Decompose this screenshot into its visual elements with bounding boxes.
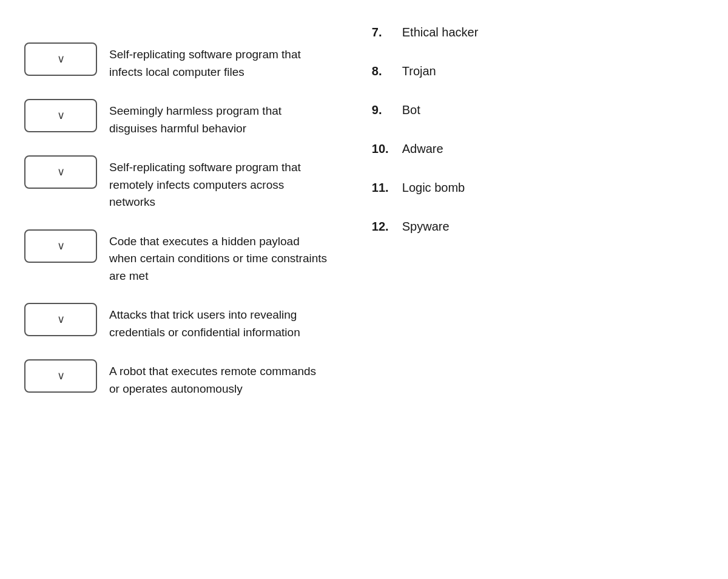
match-description-text: Self-replicating software program that r… — [109, 155, 329, 211]
item-label: Logic bomb — [402, 178, 465, 197]
chevron-down-icon: ∨ — [57, 164, 65, 180]
chevron-down-icon: ∨ — [57, 107, 65, 124]
answer-dropdown[interactable]: ∨ — [24, 229, 97, 263]
answer-dropdown[interactable]: ∨ — [24, 42, 97, 76]
page: ∨Self-replicating software program that … — [0, 0, 728, 579]
numbered-item: 11.Logic bomb — [354, 168, 704, 200]
numbered-item: 10.Adware — [354, 129, 704, 161]
item-number: 7. — [372, 23, 402, 41]
item-number: 11. — [372, 178, 402, 197]
match-description-text: Code that executes a hidden payload when… — [109, 229, 329, 285]
match-row: ∨Self-replicating software program that … — [24, 155, 329, 211]
numbered-item: 12.Spyware — [354, 206, 704, 239]
left-column: ∨Self-replicating software program that … — [24, 12, 354, 567]
answer-dropdown[interactable]: ∨ — [24, 99, 97, 132]
answer-dropdown[interactable]: ∨ — [24, 303, 97, 336]
item-label: Adware — [402, 140, 443, 158]
match-description-text: Attacks that trick users into revealing … — [109, 303, 329, 341]
answer-dropdown[interactable]: ∨ — [24, 155, 97, 189]
answer-dropdown[interactable]: ∨ — [24, 359, 97, 393]
match-row: ∨Code that executes a hidden payload whe… — [24, 229, 329, 285]
numbered-item: 7.Ethical hacker — [354, 12, 704, 45]
item-label: Bot — [402, 101, 420, 119]
match-row: ∨Seemingly harmless program that disguis… — [24, 99, 329, 137]
match-row: ∨A robot that executes remote commands o… — [24, 359, 329, 398]
match-description-text: A robot that executes remote commands or… — [109, 359, 329, 398]
match-description-text: Self-replicating software program that i… — [109, 42, 329, 81]
numbered-item: 8.Trojan — [354, 51, 704, 84]
match-row: ∨Attacks that trick users into revealing… — [24, 303, 329, 341]
chevron-down-icon: ∨ — [57, 311, 65, 328]
match-description-text: Seemingly harmless program that disguise… — [109, 99, 329, 137]
chevron-down-icon: ∨ — [57, 368, 65, 384]
match-row: ∨Self-replicating software program that … — [24, 42, 329, 81]
item-number: 12. — [372, 217, 402, 235]
item-label: Ethical hacker — [402, 23, 479, 41]
chevron-down-icon: ∨ — [57, 51, 65, 67]
right-column: 7.Ethical hacker8.Trojan9.Bot10.Adware11… — [354, 12, 704, 567]
item-label: Spyware — [402, 217, 450, 235]
item-number: 9. — [372, 101, 402, 119]
item-number: 8. — [372, 62, 402, 80]
item-number: 10. — [372, 140, 402, 158]
numbered-item: 9.Bot — [354, 90, 704, 123]
chevron-down-icon: ∨ — [57, 238, 65, 254]
item-label: Trojan — [402, 62, 436, 80]
